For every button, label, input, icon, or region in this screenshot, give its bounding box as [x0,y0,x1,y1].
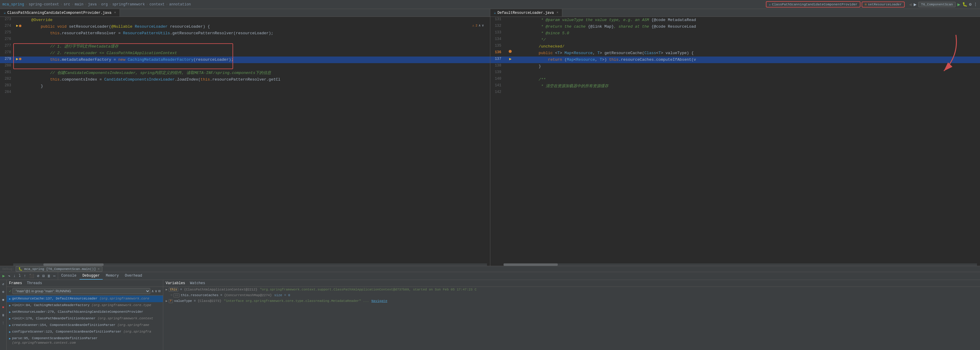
right-scrollbar[interactable] [504,263,977,266]
debug-tab-overhead[interactable]: Overhead [122,272,145,280]
thread-nav-up[interactable]: ∧ [151,289,154,293]
step-over-btn[interactable]: ↷ [6,273,11,279]
breadcrumb-item-module[interactable]: spring-context [29,2,59,6]
extra-debug-btn[interactable]: ⋯ [52,273,57,279]
debug-variables-panel: Variables Watches ▶ this = {ClassPathXml… [163,280,980,350]
force-step-into-btn[interactable]: ⤵ [18,273,22,279]
debug-session-label: mca_spring [T6_ComponentScan.main()] [24,267,96,271]
right-line-140: 140 /** [490,76,980,83]
step-out-btn[interactable]: ↑ [22,273,27,279]
frames-label[interactable]: Frames [9,281,22,285]
breadcrumb-item-src[interactable]: src [64,2,70,6]
sidebar-stop-icon[interactable]: ■ [1,305,6,310]
right-line-141: 141 * 清空在资源加载器中的所有资源缓存 [490,83,980,90]
left-scrollbar-thumb[interactable] [43,263,103,266]
thread-selector: ✓ "main"@1 in group "main": RUNNING ∧ ∨ … [6,287,163,296]
thread-nav-down[interactable]: ∨ [155,289,157,293]
sidebar-pause-icon[interactable]: ⏸ [1,312,6,318]
watches-label[interactable]: Watches [190,281,205,285]
debug-frames-panel: Frames Threads ✓ "main"@1 in group "main… [6,280,163,350]
this-icon: this [169,288,178,292]
code-line-279: 279 ▶ this.metadataReaderFactory = new C… [0,57,490,63]
breadcrumb-item-springframework[interactable]: springframework [112,2,145,6]
debug-session-close[interactable]: × [97,267,100,271]
code-line-277: 277 // 1. 进行字节码文件metadata缓存 [0,43,490,50]
stack-frame-4[interactable]: ▶ createScanner:154, ComponentScanBeanDe… [6,322,163,329]
run-button[interactable]: ▶ [958,2,961,8]
nav-back-button[interactable]: ◀ [909,2,912,8]
var-valuetype[interactable]: ▶ P valueType = {Class@2273} "interface … [163,298,980,304]
active-tab-indicator-left: ☕ ClassPathScanningCandidateComponentPro… [766,1,861,8]
debug-tabs-bar: ▶ ↷ ↓ ⤵ ↑ ⬛ ⊘ ⊡ ≣ ⋯ Console Debugger Mem… [0,272,980,280]
thread-filter[interactable]: ⊡ [158,289,161,293]
debug-session-bar: Debug: 🐛 mca_spring [T6_ComponentScan.ma… [0,266,980,272]
debug-tab-console[interactable]: Console [58,272,79,280]
breadcrumb-item-java[interactable]: java [88,2,97,6]
right-line-136: 136 public <T> Map<Resource, T> getResou… [490,50,980,57]
code-line-276: 276 [0,37,490,43]
left-scrollbar[interactable] [13,263,487,266]
navigate-link[interactable]: Navigate [371,299,387,303]
close-left-tab[interactable]: × [114,11,116,14]
settings-debug-btn[interactable]: ≣ [47,273,51,279]
run-config-dropdown[interactable]: T6_ComponentScan [918,2,956,7]
stack-frame-6[interactable]: ▶ parse:95, ComponentScanBeanDefinitionP… [6,335,163,347]
nav-forward-button[interactable]: ▶ [914,2,917,8]
expand-this-icon[interactable]: ▶ [165,288,167,291]
stack-frame-1[interactable]: ▶ <init>:84, CachingMetadataReaderFactor… [6,302,163,309]
stack-frame-2[interactable]: ▶ setResourceLoader:279, ClassPathScanni… [6,309,163,315]
breadcrumb-item-main[interactable]: main [75,2,83,6]
debug-tab-memory[interactable]: Memory [103,272,122,280]
code-line-284: 284 [0,90,490,96]
step-into-btn[interactable]: ↓ [12,273,17,279]
expand-valuetype-icon[interactable]: ▶ [165,299,167,303]
right-file-tabs: ☕ DefaultResourceLoader.java × [490,9,980,17]
var-resourcecaches[interactable]: ○ ○○ this.resourceCaches = {ConcurrentHa… [163,293,980,298]
more-debug-btns[interactable]: ⊡ [41,273,46,279]
close-right-tab[interactable]: × [557,11,558,14]
threads-label[interactable]: Threads [27,281,42,285]
breadcrumb-item-context[interactable]: context [150,2,164,6]
expand-resourcecaches-icon[interactable]: ○ [170,293,172,297]
debug-session-tab[interactable]: 🐛 mca_spring [T6_ComponentScan.main()] × [16,266,102,272]
breakpoint-274[interactable] [19,25,21,27]
code-line-278: 278 // 2. resourceLoader <= ClassPathXml… [0,50,490,57]
stack-frame-5[interactable]: ▶ configureScanner:123, ComponentScanBea… [6,329,163,335]
right-scrollbar-thumb[interactable] [504,263,558,266]
breadcrumb-item-project[interactable]: mca_spring [2,2,24,6]
sidebar-settings-icon[interactable]: ⚙ [1,289,6,295]
more-button[interactable]: ⋮ [974,2,978,7]
var-this[interactable]: ▶ this = {ClassPathXmlApplicationContext… [163,287,980,293]
breadcrumb-item-org[interactable]: org [101,2,108,6]
run-cursor-btn[interactable]: ⬛ [28,273,35,279]
breadcrumb-item-annotation[interactable]: annotation [169,2,191,6]
breakpoint-279[interactable] [19,58,21,60]
breakpoint-136[interactable] [509,50,512,53]
resume-btn[interactable]: ▶ [1,273,6,279]
code-line-281: 281 // 创建CandidateComponentsIndexLoader,… [0,70,490,76]
sidebar-restart-icon[interactable]: ↺ [1,281,6,287]
vars-watches-bar: Variables Watches [163,280,980,287]
right-line-135: 135 /unchecked/ [490,43,980,50]
sidebar-more-icon[interactable]: ⋮ [1,320,6,326]
right-line-133: 133 * @since 5.0 [490,30,980,37]
stack-frames-list: ▶ getResourceCache:137, DefaultResourceL… [6,296,163,350]
debug-run-button[interactable]: 🐛 [962,2,967,7]
thread-dropdown[interactable]: "main"@1 in group "main": RUNNING [12,288,150,294]
variables-label[interactable]: Variables [165,281,185,285]
left-tab-classpathscanning[interactable]: ☕ ClassPathScanningCandidateComponentPro… [0,9,120,17]
evaluate-btn[interactable]: ⊘ [36,273,41,279]
debug-controls: ▶ ↷ ↓ ⤵ ↑ ⬛ ⊘ ⊡ ≣ ⋯ [0,272,58,280]
stack-frame-3[interactable]: ▶ <init>:176, ClassPathBeanDefinitionSca… [6,315,163,322]
right-tab-defaultresourceloader[interactable]: ☕ DefaultResourceLoader.java × [490,9,562,17]
gutter-bookmark-274: ▶ [16,24,18,28]
gutter-debug-arrow: ▶ [16,57,18,61]
oo-icon: ○○ [173,293,180,298]
nav-toolbar: ◀ ▶ T6_ComponentScan ▶ 🐛 ⚙ ⋮ [909,2,978,8]
right-line-138: 138 } [490,63,980,70]
stack-frame-0[interactable]: ▶ getResourceCache:137, DefaultResourceL… [6,296,163,302]
build-button[interactable]: ⚙ [969,2,972,7]
thread-running-icon: ✓ [9,289,11,293]
sidebar-view-icon[interactable]: ◉ [1,297,6,302]
debug-tab-debugger[interactable]: Debugger [80,272,103,280]
